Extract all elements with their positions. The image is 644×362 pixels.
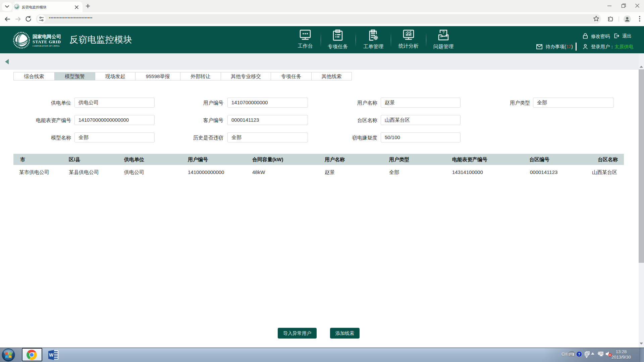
svg-text:?: ? — [578, 352, 580, 356]
svg-text:?: ? — [442, 30, 445, 35]
svg-text:W: W — [49, 352, 54, 358]
